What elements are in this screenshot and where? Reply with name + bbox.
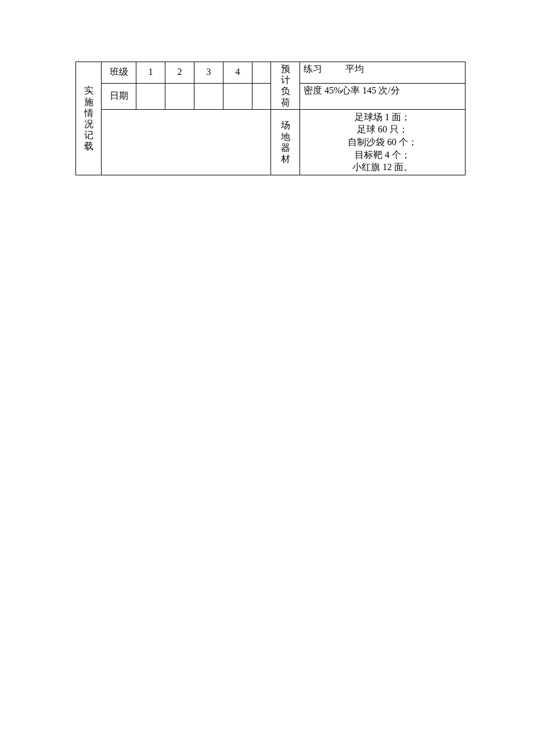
class-col-3: 3 bbox=[194, 62, 223, 84]
date-cell-1 bbox=[136, 83, 165, 109]
date-cell-blank bbox=[252, 83, 271, 109]
row-header-class: 班级 bbox=[102, 62, 136, 84]
class-col-1: 1 bbox=[136, 62, 165, 84]
class-col-2: 2 bbox=[165, 62, 194, 84]
equipment-list: 足球场 1 面； 足球 60 只； 自制沙袋 60 个； 目标靶 4 个； 小红… bbox=[300, 109, 466, 175]
class-col-4: 4 bbox=[223, 62, 252, 84]
row-header-record: 实施情况记载 bbox=[76, 62, 102, 175]
row-header-load: 预计负荷 bbox=[271, 62, 300, 110]
row-header-equipment: 场地器材 bbox=[271, 109, 300, 175]
date-cell-4 bbox=[223, 83, 252, 109]
record-table: 实施情况记载 班级 1 2 3 4 预计负荷 练习 平均 日期 密度 45%心率… bbox=[75, 62, 466, 175]
date-cell-3 bbox=[194, 83, 223, 109]
load-line2: 密度 45%心率 145 次/分 bbox=[300, 83, 466, 109]
date-cell-2 bbox=[165, 83, 194, 109]
class-col-blank bbox=[252, 62, 271, 84]
record-notes-area bbox=[102, 109, 271, 175]
row-header-date: 日期 bbox=[102, 83, 136, 109]
load-line1: 练习 平均 bbox=[300, 62, 466, 84]
